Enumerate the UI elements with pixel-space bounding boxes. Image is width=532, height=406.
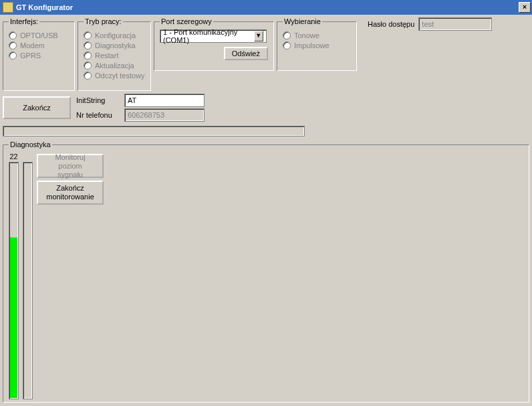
radio-opto-usb[interactable]: OPTO/USB [9,31,69,39]
monitor-button[interactable]: Monitoruj poziom sygnału [37,154,104,178]
password-label: Hasło dostępu [368,20,414,28]
content-area: Interfejs: OPTO/USB Modem GPRS Tryb prac… [0,15,532,406]
radio-icon [283,41,291,49]
radio-label: Aktualizacja [95,62,134,70]
password-input[interactable] [418,17,492,31]
fieldset-port: Port szeregowy 1 - Port komunikacyjny (C… [154,17,274,71]
window-title: GT Konfigurator [16,3,519,11]
fieldset-diagnostyka: Diagnostyka 22 0 Monitoruj poziom sygnał… [3,140,529,403]
port-select-value: 1 - Port komunikacyjny (COM1) [163,28,254,44]
radio-label: Diagnostyka [95,41,136,49]
legend-wyb: Wybieranie [283,17,322,25]
radio-diagnostyka[interactable]: Diagnostyka [84,41,145,49]
radio-icon [84,31,92,39]
telefon-input[interactable] [124,108,205,122]
signal-value: 22 [9,153,17,161]
chevron-down-icon: ▼ [254,31,263,41]
fieldset-tryb: Tryb pracy: Konfiguracja Diagnostyka Res… [78,17,151,91]
signal-column-2: 0 [23,153,33,399]
radio-restart[interactable]: Restart [84,52,145,60]
radio-tonowe[interactable]: Tonowe [283,31,351,39]
stop-monitor-button[interactable]: Zakończ monitorowanie [37,181,104,205]
signal-bar-2 [23,162,33,399]
progress-bar [3,126,305,136]
app-icon [3,2,13,13]
radio-icon [84,41,92,49]
radio-label: Restart [95,52,118,60]
radio-aktualizacja[interactable]: Aktualizacja [84,62,145,70]
initstring-label: InitString [76,96,122,104]
radio-label: Modem [20,41,45,49]
legend-port: Port szeregowy [160,17,213,25]
radio-label: Tonowe [294,31,319,39]
radio-icon [9,31,17,39]
radio-icon [84,62,92,70]
radio-odczyt[interactable]: Odczyt testowy [84,72,145,80]
zakoncz-button[interactable]: Zakończ [3,96,71,119]
telefon-label: Nr telefonu [76,111,122,119]
radio-icon [9,41,17,49]
radio-label: Impulsowe [294,41,329,49]
radio-icon [84,52,92,60]
signal-bar-1 [9,162,19,399]
legend-tryb: Tryb pracy: [84,17,123,25]
port-select[interactable]: 1 - Port komunikacyjny (COM1) ▼ [160,29,267,43]
close-button[interactable]: × [519,2,531,13]
radio-impulsowe[interactable]: Impulsowe [283,41,351,49]
radio-konfiguracja[interactable]: Konfiguracja [84,31,145,39]
password-row: Hasło dostępu [368,17,492,31]
titlebar: GT Konfigurator × [0,0,532,15]
radio-label: OPTO/USB [20,31,58,39]
legend-interfejs: Interfejs: [9,17,39,25]
radio-label: GPRS [20,52,41,60]
initstring-input[interactable] [124,94,205,107]
refresh-button[interactable]: Odśwież [224,47,268,60]
signal-column-1: 22 [9,153,19,399]
fieldset-interfejs: Interfejs: OPTO/USB Modem GPRS [3,17,75,91]
legend-diag: Diagnostyka [9,140,52,148]
radio-modem[interactable]: Modem [9,41,69,49]
fieldset-wybieranie: Wybieranie Tonowe Impulsowe [277,17,357,71]
radio-icon [9,52,17,60]
radio-label: Odczyt testowy [95,72,145,80]
radio-label: Konfiguracja [95,31,136,39]
radio-icon [283,31,291,39]
radio-icon [84,72,92,80]
radio-gprs[interactable]: GPRS [9,52,69,60]
